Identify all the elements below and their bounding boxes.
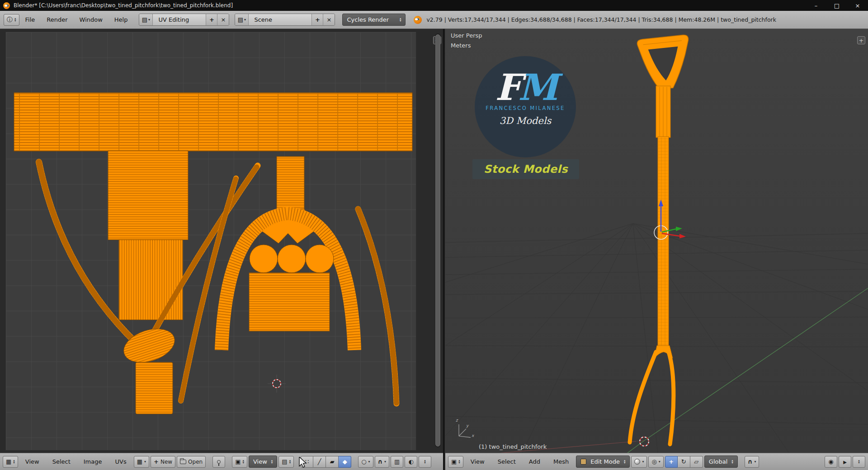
uv-select-edge-button[interactable] [313,456,326,468]
uv-menu-view[interactable]: View [19,453,45,470]
manipulator-scale-button[interactable] [690,456,703,468]
uv-editor-type-button[interactable] [3,456,18,468]
viewport-shading-dropdown[interactable] [631,456,647,468]
uv-island-collar[interactable] [249,273,330,331]
shaft[interactable] [658,137,669,348]
axis-z-label: z [456,418,458,423]
uv-island-grip-lower[interactable] [119,240,183,320]
updown-arrows-icon [242,460,244,464]
right-tine[interactable] [669,352,674,444]
uv-menu-image[interactable]: Image [78,453,108,470]
scene-delete-button[interactable] [323,14,335,25]
screen-layout-browse-button[interactable] [139,14,153,25]
stock-models-badge: Stock Models [472,159,579,179]
scene-browse-button[interactable] [235,14,249,25]
pivot-point-dropdown[interactable] [648,456,663,468]
opengl-anim-button[interactable] [839,456,851,468]
render-engine-dropdown[interactable]: Cycles Render [342,14,406,26]
uv-select-face-button[interactable] [326,456,339,468]
menu-window[interactable]: Window [74,11,108,28]
v3d-editor-type-button[interactable] [448,456,463,468]
channels-icon [394,459,400,465]
edge-select-icon [318,459,321,465]
uv-pivot-dropdown[interactable]: View [249,456,277,468]
chevron-down-icon [148,18,150,22]
viewport-3d[interactable]: F M FRANCESCO MILANESE 3D Models Stock M… [445,29,868,453]
v3d-menu-view[interactable]: View [465,453,491,470]
uv-island-fork-blob[interactable] [119,323,179,369]
image-browse-button[interactable] [134,456,149,468]
scale-icon [694,459,698,465]
folder-icon [180,460,186,464]
screen-layout-field[interactable]: UV Editing [153,14,206,25]
uv-island-cap-2[interactable] [278,245,306,273]
orientation-value: Global [709,458,727,465]
uv-island-cap-1[interactable] [250,245,278,273]
v3d-header-scroll-button[interactable] [853,456,865,468]
uv-island-grip-upper[interactable] [108,151,188,240]
scene-add-button[interactable] [312,14,323,25]
manipulator-translate-button[interactable] [665,456,678,468]
uv-island-shaft[interactable] [14,93,412,151]
maximize-button[interactable]: □ [826,0,847,11]
pin-image-button[interactable] [212,456,225,468]
uv-menu-select[interactable]: Select [47,453,76,470]
updown-arrows-icon [458,460,460,464]
screen-layout-delete-button[interactable] [217,14,229,25]
menu-help[interactable]: Help [108,11,134,28]
uv-island-ferrule[interactable] [136,362,173,414]
manipulator-rotate-button[interactable] [678,456,690,468]
display-channels-button[interactable] [391,456,403,468]
uv-header-scroll-button[interactable] [419,456,431,468]
uv-islands[interactable] [14,93,412,414]
v3d-menu-select[interactable]: Select [492,453,522,470]
updown-arrows-icon [624,460,626,464]
magnet-icon [378,459,383,465]
uv-vertical-scrollbar[interactable] [435,33,441,447]
opengl-render-button[interactable] [825,456,837,468]
menu-render[interactable]: Render [41,11,73,28]
render-slot-button[interactable] [405,456,417,468]
v3d-menu-mesh[interactable]: Mesh [547,453,575,470]
uv-menu-uvs[interactable]: UVs [109,453,132,470]
cursor-3d[interactable] [636,433,652,450]
screen-layout-add-button[interactable] [206,14,217,25]
updown-arrows-icon [271,460,273,464]
d-handle[interactable] [637,34,693,91]
minimize-button[interactable]: – [806,0,826,11]
mode-dropdown[interactable]: Edit Mode [576,456,630,468]
uv-2d-cursor[interactable] [268,375,286,393]
v3d-region-expand-button[interactable]: + [857,36,865,44]
v3d-menu-add[interactable]: Add [523,453,546,470]
orientation-dropdown[interactable]: Global [704,456,738,468]
open-image-button[interactable]: Open [177,456,206,468]
edit-mode-icon [580,459,586,465]
proportional-edit-dropdown[interactable] [358,456,373,468]
updown-arrows-icon [858,460,860,464]
chevron-down-icon [384,460,386,464]
updown-arrows-icon [424,460,426,464]
uv-display-dropdown[interactable] [278,456,294,468]
info-editor-type-button[interactable] [4,14,19,26]
fm-monogram: F M [475,70,576,105]
close-button[interactable]: × [847,0,868,11]
uv-editor[interactable]: + [0,29,443,453]
scene-field[interactable]: Scene [249,14,312,25]
left-tine[interactable] [630,352,656,442]
new-image-button[interactable]: New [151,456,175,468]
uv-snap-dropdown[interactable] [375,456,390,468]
updown-arrows-icon [13,460,15,464]
plus-icon [154,459,159,465]
uv-island-cap-3[interactable] [306,245,334,273]
image-icon [137,459,142,465]
menu-file[interactable]: File [19,11,41,28]
uv-island-neck[interactable] [277,157,304,209]
snap-dropdown[interactable] [745,456,760,468]
magnet-icon [748,459,753,465]
sticky-selection-dropdown[interactable] [232,456,247,468]
scrollbar-handle[interactable] [435,34,440,446]
new-image-label: New [160,459,172,465]
uv-select-island-button[interactable] [339,456,351,468]
updown-arrows-icon [14,18,16,22]
info-editor-icon [7,17,13,23]
